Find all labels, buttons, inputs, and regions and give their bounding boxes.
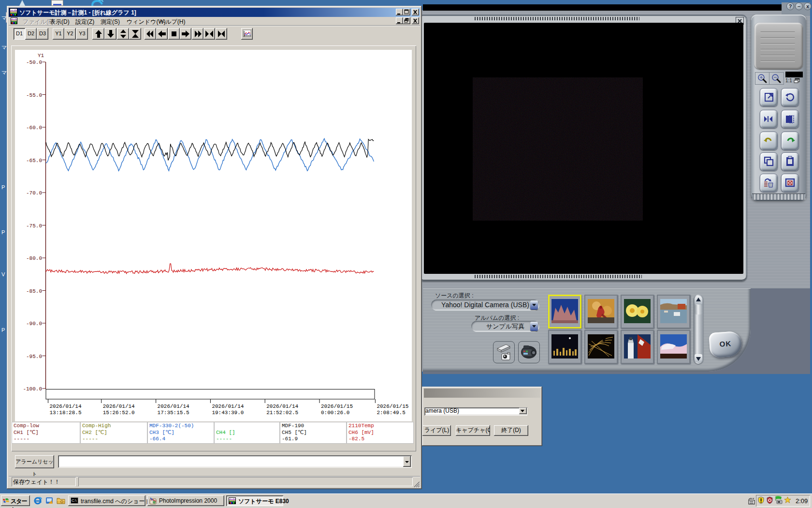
- svg-text:0:00:26.0: 0:00:26.0: [321, 410, 349, 416]
- svg-text:-50.0: -50.0: [26, 60, 42, 65]
- svg-text:-75.0: -75.0: [26, 223, 42, 229]
- svg-text:Y1: Y1: [38, 53, 44, 59]
- svg-text:2026/01/14: 2026/01/14: [266, 403, 298, 409]
- svg-text:-80.0: -80.0: [26, 255, 42, 261]
- svg-text:2026/01/15: 2026/01/15: [321, 403, 353, 409]
- svg-text:2:08:49.5: 2:08:49.5: [377, 410, 405, 416]
- svg-text:2026/01/15: 2026/01/15: [377, 403, 408, 409]
- svg-text:19:43:39.0: 19:43:39.0: [212, 410, 244, 416]
- svg-text:15:26:52.0: 15:26:52.0: [103, 410, 135, 416]
- svg-text:2026/01/14: 2026/01/14: [50, 403, 82, 409]
- svg-text:-95.0: -95.0: [26, 354, 42, 359]
- svg-text:17:35:15.5: 17:35:15.5: [158, 410, 189, 416]
- svg-text:2026/01/14: 2026/01/14: [103, 403, 135, 409]
- svg-text:-85.0: -85.0: [26, 288, 42, 294]
- svg-text:-60.0: -60.0: [26, 125, 42, 131]
- svg-text:-70.0: -70.0: [26, 190, 42, 196]
- svg-text:-55.0: -55.0: [26, 92, 42, 98]
- svg-text:-90.0: -90.0: [26, 321, 42, 327]
- svg-text:21:52:02.5: 21:52:02.5: [266, 410, 298, 416]
- svg-text:2026/01/14: 2026/01/14: [212, 403, 244, 409]
- svg-text:-100.0: -100.0: [23, 386, 42, 392]
- svg-text:13:18:28.5: 13:18:28.5: [50, 410, 82, 416]
- svg-text:2026/01/14: 2026/01/14: [158, 403, 189, 409]
- svg-text:-65.0: -65.0: [26, 158, 42, 164]
